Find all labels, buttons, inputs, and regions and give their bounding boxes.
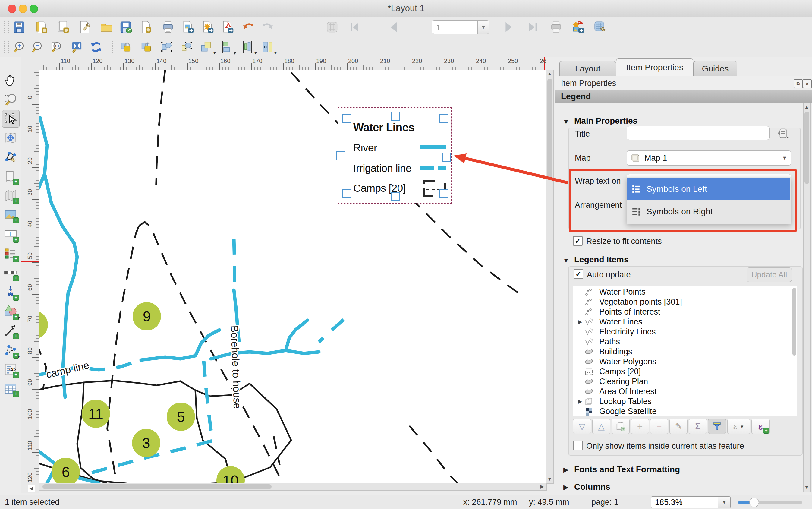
dropdown-option-symbols-left[interactable]: Symbols on Left	[627, 178, 790, 200]
add-page-button[interactable]: +	[2, 168, 19, 185]
add-label-button[interactable]: T+	[2, 226, 19, 243]
scrollbar-thumb[interactable]	[42, 484, 272, 489]
scroll-right-icon[interactable]: ▶	[539, 483, 546, 490]
scroll-left-icon[interactable]: ◀	[28, 484, 35, 492]
zoom-dropdown-icon[interactable]: ▼	[718, 496, 731, 508]
atlas-preview-button[interactable]	[324, 19, 340, 35]
fonts-section-header[interactable]: Fonts and Text Formatting	[574, 465, 680, 474]
zoom-in-button[interactable]	[11, 39, 27, 55]
legend-item-row[interactable]: Area Of Interest	[573, 386, 797, 397]
map-select-combo[interactable]: Map 1 ▼	[627, 150, 791, 166]
add-html-button[interactable]: </>+	[2, 361, 19, 378]
legend-item-row[interactable]: Points of Interest	[573, 307, 797, 317]
save-as-template-button[interactable]	[117, 19, 134, 35]
selection-handle[interactable]	[337, 151, 345, 161]
selection-handle[interactable]	[391, 192, 400, 201]
resize-items-button[interactable]: ▾	[259, 39, 276, 55]
canvas-horizontal-scrollbar[interactable]: ▶	[39, 483, 547, 490]
add-arrow-button[interactable]: +	[2, 323, 19, 339]
move-item-down-button[interactable]: ▽	[573, 419, 591, 434]
columns-section-header[interactable]: Columns	[574, 482, 610, 492]
add-scalebar-button[interactable]: +	[2, 265, 19, 281]
legend-item-row[interactable]: Vegetation points [301]	[573, 297, 797, 307]
duplicate-layout-button[interactable]	[55, 19, 71, 35]
add-map-button[interactable]: +	[2, 187, 19, 204]
add-item-button[interactable]: ＋	[631, 419, 649, 434]
open-layout-button[interactable]	[98, 19, 114, 35]
legend-item-row[interactable]: Clearing Plan	[573, 377, 797, 386]
move-content-tool-button[interactable]	[2, 129, 19, 146]
save-project-button[interactable]	[11, 19, 27, 35]
selection-handle[interactable]	[439, 114, 449, 123]
auto-update-checkbox[interactable]: ✓	[574, 269, 583, 279]
last-feature-button[interactable]	[525, 19, 541, 35]
selection-handle[interactable]	[343, 189, 351, 198]
atlas-filter-checkbox[interactable]: ✓	[573, 441, 582, 450]
update-all-button[interactable]: Update All	[747, 268, 792, 282]
legend-title-input[interactable]	[627, 126, 770, 140]
export-pdf-button[interactable]	[219, 19, 236, 35]
redo-button[interactable]	[260, 19, 276, 35]
expand-fonts-icon[interactable]: ▶	[563, 466, 568, 474]
ungroup-items-button[interactable]	[178, 39, 195, 55]
undo-button[interactable]	[240, 19, 256, 35]
tab-guides[interactable]: Guides	[693, 61, 737, 76]
expand-icon[interactable]: ▶	[576, 319, 584, 325]
atlas-page-dropdown[interactable]: ▼	[478, 20, 490, 34]
legend-item-row[interactable]: Water Polygons	[573, 357, 797, 367]
collapse-main-properties-icon[interactable]: ▼	[563, 118, 569, 126]
remove-item-button[interactable]: −	[650, 419, 668, 434]
scroll-down-icon[interactable]: ▼	[546, 476, 553, 483]
refresh-button[interactable]	[88, 39, 104, 55]
toolbar-grip[interactable]	[108, 41, 113, 53]
first-feature-button[interactable]	[347, 19, 363, 35]
legend-items-list[interactable]: Water PointsVegetation points [301]Point…	[573, 286, 797, 416]
tab-item-properties[interactable]: Item Properties	[616, 59, 693, 76]
expression-button[interactable]: ε+	[751, 419, 770, 434]
legend-item-row[interactable]: Buildings	[573, 347, 797, 357]
filter-legend-button[interactable]	[708, 419, 726, 434]
selection-handle[interactable]	[343, 114, 351, 123]
next-feature-button[interactable]	[500, 19, 517, 35]
legend-item-row[interactable]: ▶Lookup Tables	[573, 397, 797, 406]
selection-handle[interactable]	[442, 152, 451, 162]
collapse-legend-items-icon[interactable]: ▼	[563, 257, 569, 265]
data-defined-override-button[interactable]	[774, 127, 793, 140]
raise-items-button[interactable]: ▾	[198, 39, 215, 55]
toolbar-grip[interactable]	[4, 22, 9, 33]
align-items-button[interactable]: ▾	[219, 39, 235, 55]
scrollbar-thumb[interactable]	[805, 111, 809, 184]
scroll-up-icon[interactable]: ▲	[546, 70, 553, 77]
zoom-actual-button[interactable]: 1:1	[48, 39, 65, 55]
close-panel-icon[interactable]: ✕	[803, 79, 812, 88]
add-north-arrow-button[interactable]: N+	[2, 284, 19, 301]
add-shape-button[interactable]: +▾	[2, 303, 19, 320]
selection-handle[interactable]	[439, 189, 449, 198]
print-atlas-button[interactable]	[548, 19, 564, 35]
float-panel-icon[interactable]: ⧉	[793, 79, 803, 88]
zoom-out-button[interactable]	[29, 39, 45, 55]
add-table-button[interactable]: +	[2, 380, 19, 397]
legend-item-row[interactable]: Google Satellite	[573, 406, 797, 416]
legend-item-row[interactable]: Camps [20]	[573, 367, 797, 377]
zoom-slider-thumb[interactable]	[749, 498, 759, 507]
filter-by-expression-button[interactable]: ε▼	[727, 419, 750, 434]
atlas-page-input[interactable]: 1	[432, 20, 478, 34]
scroll-up-icon[interactable]: ▲	[804, 104, 810, 110]
pan-tool-button[interactable]	[2, 71, 19, 88]
resize-to-fit-checkbox[interactable]: ✓	[573, 236, 582, 246]
dropdown-option-symbols-right[interactable]: Symbols on Right	[627, 201, 790, 223]
add-group-button[interactable]	[611, 419, 630, 434]
scroll-down-icon[interactable]: ▼	[804, 484, 810, 491]
move-item-up-button[interactable]: △	[592, 419, 610, 434]
count-features-button[interactable]: Σ	[689, 419, 707, 434]
legend-item-row[interactable]: Electricity Lines	[573, 327, 797, 337]
unlock-items-button[interactable]	[139, 39, 155, 55]
export-image-button[interactable]	[180, 19, 196, 35]
expand-icon[interactable]: ▶	[576, 398, 584, 405]
legend-item-row[interactable]: Water Points	[573, 287, 797, 297]
add-items-from-template-button[interactable]	[137, 19, 154, 35]
distribute-items-button[interactable]: ▾	[239, 39, 256, 55]
export-atlas-button[interactable]	[570, 19, 587, 35]
layout-page[interactable]: camp line Borehole to house 9 11 5 3 6 1…	[39, 70, 546, 483]
